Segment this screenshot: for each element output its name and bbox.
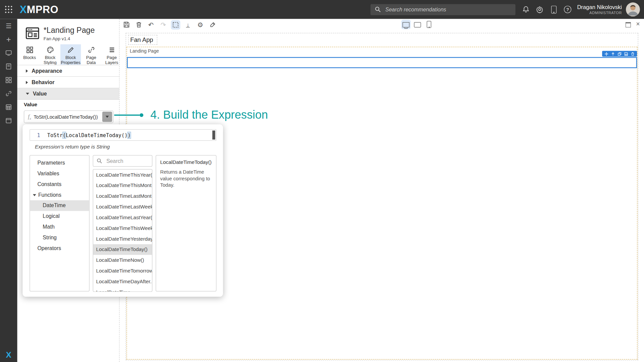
help-icon[interactable]: ? bbox=[564, 6, 571, 13]
tablet-preview-button[interactable] bbox=[414, 21, 421, 28]
function-item[interactable]: LocalDateTimeYesterday() bbox=[93, 234, 152, 244]
duplicate-button[interactable] bbox=[618, 52, 622, 56]
category-item[interactable]: Variables bbox=[30, 168, 89, 179]
search-bar[interactable] bbox=[371, 4, 516, 15]
settings-icon[interactable] bbox=[536, 6, 543, 13]
canvas-toolbar: ↶ ↷ ↓ ⚙ × bbox=[119, 19, 644, 30]
category-item[interactable]: DateTime bbox=[30, 200, 89, 211]
category-item[interactable]: Parameters bbox=[30, 158, 89, 168]
search-icon bbox=[97, 158, 102, 164]
avatar[interactable] bbox=[626, 2, 640, 16]
function-search-box[interactable] bbox=[93, 155, 153, 167]
phone-preview-button[interactable] bbox=[426, 21, 433, 28]
function-item[interactable]: LocalDateTimeToday() bbox=[93, 244, 152, 255]
data-icon[interactable] bbox=[5, 104, 12, 111]
section-appearance[interactable]: Appearance bbox=[17, 65, 119, 76]
chevron-right-icon bbox=[26, 69, 28, 72]
expand-window-button[interactable] bbox=[625, 22, 631, 27]
panel-tabs: Blocks Block Styling Block Properties Pa… bbox=[19, 44, 122, 67]
category-item[interactable]: Functions bbox=[30, 190, 89, 200]
library-icon[interactable] bbox=[5, 63, 12, 70]
annotation-line bbox=[114, 114, 140, 116]
category-list: ParametersVariablesConstantsFunctionsDat… bbox=[30, 155, 90, 292]
category-item[interactable]: Logical bbox=[30, 211, 89, 222]
tab-blocks[interactable]: Blocks bbox=[19, 44, 40, 67]
xmpro-x-logo: X bbox=[0, 350, 17, 359]
move-handle[interactable] bbox=[604, 52, 608, 56]
save-block-button[interactable] bbox=[624, 52, 628, 56]
menu-icon[interactable]: ☰ bbox=[5, 22, 12, 29]
expression-dropdown-button[interactable] bbox=[102, 112, 112, 122]
download-button[interactable]: ↓ bbox=[184, 21, 192, 28]
function-item[interactable]: LocalDateTimeLastYear() bbox=[93, 212, 152, 223]
delete-button[interactable] bbox=[135, 21, 142, 28]
page-settings-button[interactable]: ⚙ bbox=[197, 21, 204, 28]
link-icon bbox=[81, 46, 101, 54]
mobile-device-icon[interactable] bbox=[550, 6, 557, 13]
function-list: LocalDateTimeThisYear()LocalDateTimeThis… bbox=[93, 169, 153, 292]
undo-button[interactable]: ↶ bbox=[148, 21, 155, 28]
preview-device-group bbox=[402, 21, 432, 28]
function-search-input[interactable] bbox=[106, 158, 149, 165]
function-doc-description: Returns a DateTime value corresponding t… bbox=[160, 169, 212, 188]
chevron-right-icon bbox=[26, 81, 28, 84]
scrollbar-thumb[interactable] bbox=[212, 130, 215, 139]
tab-block-styling[interactable]: Block Styling bbox=[40, 44, 60, 67]
line-number: 1 bbox=[30, 132, 47, 138]
function-item[interactable]: LocalDateTimeTomorrow() bbox=[93, 265, 152, 276]
chevron-down-icon bbox=[26, 93, 29, 95]
blocks-library-icon[interactable] bbox=[5, 76, 12, 84]
app-title-block[interactable]: Fan App bbox=[128, 35, 157, 45]
layers-icon bbox=[102, 46, 122, 54]
notifications-icon[interactable] bbox=[522, 6, 530, 13]
category-item[interactable]: String bbox=[30, 232, 89, 243]
app-grid-icon[interactable] bbox=[4, 5, 12, 13]
function-doc-title: LocalDateTimeToday() bbox=[160, 159, 212, 165]
section-behavior[interactable]: Behavior bbox=[17, 76, 119, 88]
add-icon[interactable]: + bbox=[5, 36, 12, 43]
left-rail: ☰ + X bbox=[0, 19, 17, 362]
section-value[interactable]: Value bbox=[17, 88, 119, 100]
code-line[interactable]: ToStr(LocalDateTimeToday()) bbox=[47, 132, 131, 138]
section-label: Landing Page bbox=[130, 48, 637, 53]
pencil-icon bbox=[61, 46, 80, 54]
integrations-icon[interactable] bbox=[5, 90, 12, 97]
function-item[interactable]: LocalDateTimeThisYear() bbox=[93, 170, 152, 180]
desktop-preview-button[interactable] bbox=[402, 21, 410, 28]
expression-input[interactable]: fx ToStr(LocalDateTimeToday()) bbox=[24, 110, 113, 123]
category-item[interactable]: Operators bbox=[30, 243, 89, 254]
page-icon bbox=[25, 27, 40, 40]
function-item[interactable]: LocalDateTimeThisMont... bbox=[93, 180, 152, 191]
category-item[interactable]: Math bbox=[30, 222, 89, 232]
block-toolbar bbox=[602, 51, 637, 57]
delete-block-button[interactable] bbox=[631, 52, 635, 56]
search-input[interactable] bbox=[384, 6, 511, 13]
category-item[interactable]: Constants bbox=[30, 179, 89, 190]
save-button[interactable] bbox=[123, 21, 130, 28]
tab-block-properties[interactable]: Block Properties bbox=[60, 44, 81, 67]
tab-page-data[interactable]: Page Data bbox=[81, 44, 101, 67]
select-mode-button[interactable] bbox=[172, 21, 179, 28]
function-item[interactable]: LocalDateTimeNow() bbox=[93, 255, 152, 265]
function-item[interactable]: LocalDateTimeDayAfter... bbox=[93, 276, 152, 287]
designer-icon[interactable] bbox=[5, 49, 12, 57]
return-type-text: Expression's return type is String bbox=[35, 144, 110, 150]
value-field-label: Value bbox=[24, 102, 37, 108]
top-bar: XMPRO ? Dragan Nikolovski ADMINISTRATOR bbox=[0, 0, 644, 19]
close-button[interactable]: × bbox=[636, 21, 640, 27]
selected-row-block[interactable] bbox=[127, 57, 637, 68]
function-item[interactable]: LocalDateTime... bbox=[93, 287, 152, 292]
tutorial-annotation: 4. Build the Expression bbox=[114, 108, 268, 121]
function-item[interactable]: LocalDateTimeThisWeek() bbox=[93, 223, 152, 234]
function-item[interactable]: LocalDateTimeLastMont... bbox=[93, 191, 152, 201]
app-window: XMPRO ? Dragan Nikolovski ADMINISTRATOR bbox=[0, 0, 644, 362]
move-up-button[interactable] bbox=[611, 52, 615, 56]
apps-icon[interactable] bbox=[5, 117, 12, 124]
blocks-icon bbox=[20, 46, 40, 54]
clear-style-button[interactable] bbox=[209, 21, 216, 28]
user-info[interactable]: Dragan Nikolovski ADMINISTRATOR bbox=[577, 4, 622, 15]
function-item[interactable]: LocalDateTimeLastWeek() bbox=[93, 201, 152, 212]
code-editor[interactable]: 1 ToStr(LocalDateTimeToday()) bbox=[30, 129, 216, 141]
redo-button[interactable]: ↷ bbox=[160, 21, 167, 28]
expression-value: ToStr(LocalDateTimeToday()) bbox=[34, 114, 101, 120]
